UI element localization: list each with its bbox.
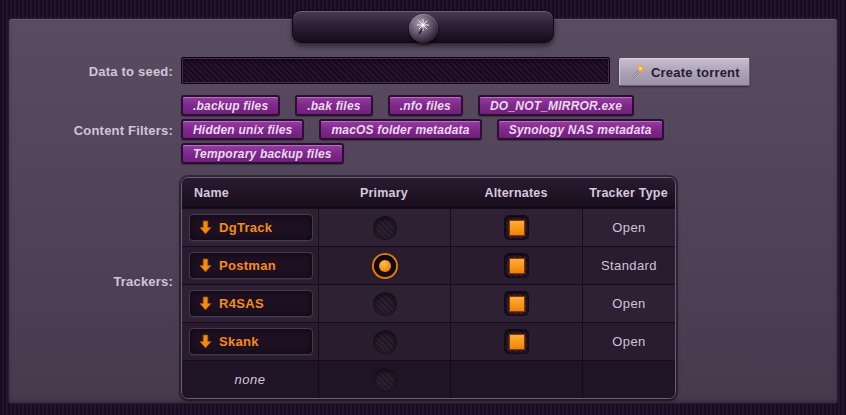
content-filters-label: Content Filters: bbox=[0, 123, 173, 138]
create-torrent-label: Create torrent bbox=[651, 65, 740, 80]
alternates-checkbox[interactable] bbox=[505, 292, 528, 315]
table-row: DgTrack Open bbox=[182, 208, 675, 246]
filter-chip-temporary-backup[interactable]: Temporary backup files bbox=[181, 143, 344, 164]
tracker-type: Open bbox=[612, 296, 645, 311]
filter-chip-hidden-unix[interactable]: Hidden unix files bbox=[181, 119, 304, 140]
down-arrow-icon bbox=[199, 334, 212, 349]
down-arrow-icon bbox=[199, 220, 212, 235]
tracker-name: DgTrack bbox=[219, 220, 272, 235]
create-torrent-button[interactable]: Create torrent bbox=[619, 58, 750, 86]
magic-wand-icon bbox=[629, 64, 646, 81]
primary-radio[interactable] bbox=[374, 217, 396, 239]
down-arrow-icon bbox=[199, 258, 212, 273]
none-option-label: none bbox=[235, 372, 266, 387]
column-header-name: Name bbox=[182, 186, 318, 200]
trackers-label: Trackers: bbox=[0, 274, 173, 289]
alternates-checkbox[interactable] bbox=[505, 330, 528, 353]
filter-chip-do-not-mirror[interactable]: DO_NOT_MIRROR.exe bbox=[478, 95, 634, 116]
trackers-table-header: Name Primary Alternates Tracker Type bbox=[182, 178, 675, 208]
filter-chip-macos-metadata[interactable]: macOS folder metadata bbox=[319, 119, 481, 140]
column-header-tracker-type: Tracker Type bbox=[582, 186, 675, 200]
tracker-button-skank[interactable]: Skank bbox=[189, 328, 313, 355]
tracker-type: Open bbox=[612, 334, 645, 349]
primary-radio[interactable] bbox=[374, 293, 396, 315]
filter-chip-synology-metadata[interactable]: Synology NAS metadata bbox=[497, 119, 664, 140]
tracker-name: Postman bbox=[219, 258, 276, 273]
column-header-primary: Primary bbox=[318, 186, 450, 200]
table-row: Skank Open bbox=[182, 322, 675, 360]
primary-radio-none[interactable] bbox=[374, 369, 396, 391]
tracker-name: Skank bbox=[219, 334, 259, 349]
table-row: Postman Standard bbox=[182, 246, 675, 284]
torrent-creator-window: Data to seed: Create torrent Content Fil… bbox=[0, 0, 846, 415]
filter-chip-bak-files[interactable]: .bak files bbox=[295, 95, 372, 116]
column-header-alternates: Alternates bbox=[450, 186, 582, 200]
tracker-name: R4SAS bbox=[219, 296, 264, 311]
filter-chip-backup-files[interactable]: .backup files bbox=[181, 95, 280, 116]
table-row: R4SAS Open bbox=[182, 284, 675, 322]
sparkle-orb-icon bbox=[409, 14, 438, 43]
table-row-none: none bbox=[182, 360, 675, 398]
alternates-checkbox[interactable] bbox=[505, 216, 528, 239]
data-to-seed-label: Data to seed: bbox=[0, 64, 173, 79]
filter-chip-nfo-files[interactable]: .nfo files bbox=[388, 95, 463, 116]
tracker-type: Open bbox=[612, 220, 645, 235]
alternates-checkbox[interactable] bbox=[505, 254, 528, 277]
primary-radio[interactable] bbox=[374, 331, 396, 353]
magic-orb-button[interactable] bbox=[292, 10, 554, 43]
down-arrow-icon bbox=[199, 296, 212, 311]
primary-radio[interactable] bbox=[374, 255, 396, 277]
data-to-seed-input[interactable] bbox=[181, 57, 610, 84]
tracker-button-r4sas[interactable]: R4SAS bbox=[189, 290, 313, 317]
tracker-button-postman[interactable]: Postman bbox=[189, 252, 313, 279]
tracker-button-dgtrack[interactable]: DgTrack bbox=[189, 214, 313, 241]
tracker-type: Standard bbox=[601, 258, 657, 273]
trackers-table: Name Primary Alternates Tracker Type DgT… bbox=[181, 177, 676, 399]
